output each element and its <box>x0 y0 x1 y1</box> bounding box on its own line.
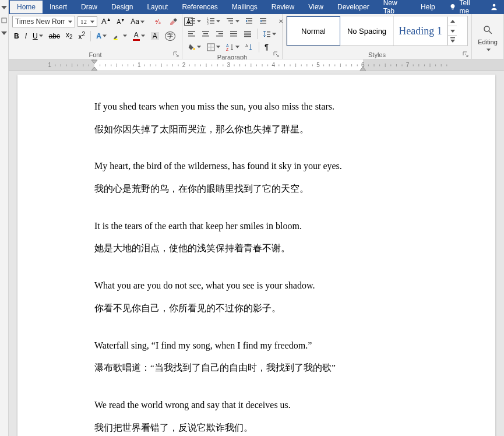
superscript-button[interactable]: x2 <box>77 30 87 42</box>
paragraph[interactable]: Waterfall sing, “I find my song, when I … <box>94 338 437 353</box>
share-button[interactable] <box>485 1 503 13</box>
tab-developer[interactable]: Developer <box>330 1 376 13</box>
paragraph[interactable]: 我们把世界看错了，反说它欺诈我们。 <box>94 421 437 435</box>
document-page[interactable]: If you shed tears when you miss the sun,… <box>17 75 495 436</box>
chevron-down-icon <box>487 48 491 52</box>
numbering-button[interactable]: 123 <box>205 16 222 26</box>
svg-rect-73 <box>450 37 455 38</box>
svg-text:2: 2 <box>182 62 186 68</box>
tell-me-search[interactable]: Tell me <box>442 0 485 15</box>
paragraph[interactable]: It is the tears of the earth that keep h… <box>94 219 437 234</box>
blank-line[interactable] <box>94 145 437 159</box>
show-marks-button[interactable]: ¶ <box>263 41 270 52</box>
align-center-button[interactable] <box>200 29 212 39</box>
blank-line[interactable] <box>94 324 437 338</box>
font-name-combo[interactable]: Times New Roma <box>12 16 75 27</box>
multilevel-list-button[interactable] <box>224 16 241 26</box>
phonetic-guide-button[interactable]: ᵃ⁄ₐ <box>153 16 165 27</box>
gallery-more-button[interactable] <box>448 36 457 45</box>
chevron-down-icon <box>235 19 239 23</box>
distribute-button[interactable] <box>242 29 253 39</box>
paragraph[interactable]: If you shed tears when you miss the sun,… <box>94 99 437 114</box>
chevron-down-icon <box>140 20 144 24</box>
paragraph-dialog-launcher[interactable] <box>273 51 280 58</box>
paragraph[interactable]: 瀑布歌唱道：“当我找到了自己的自由时，我找到了我的歌” <box>94 361 437 375</box>
page-body[interactable]: If you shed tears when you miss the sun,… <box>17 99 437 435</box>
tab-view[interactable]: View <box>301 1 330 13</box>
clear-format-button[interactable] <box>167 16 180 27</box>
blank-line[interactable] <box>94 205 437 219</box>
tab-help[interactable]: Help <box>414 1 442 13</box>
paragraph[interactable]: My heart, the bird of the wilderness, ha… <box>94 159 437 174</box>
font-size-combo[interactable]: 12 <box>77 16 97 27</box>
svg-rect-43 <box>188 36 195 37</box>
svg-rect-28 <box>228 20 233 22</box>
tab-home[interactable]: Home <box>10 1 43 13</box>
align-right-icon <box>216 30 224 38</box>
snap-grid-button[interactable]: A <box>244 42 255 52</box>
find-button[interactable] <box>481 23 495 36</box>
underline-button[interactable]: U <box>31 31 45 41</box>
shrink-font-button[interactable]: A▼ <box>115 17 127 26</box>
borders-button[interactable] <box>205 42 222 52</box>
svg-rect-51 <box>230 33 237 34</box>
gallery-down-button[interactable] <box>448 26 457 36</box>
change-case-button[interactable]: Aa <box>129 16 146 27</box>
snap-icon: A <box>245 43 253 51</box>
svg-rect-37 <box>260 23 266 24</box>
paragraph[interactable]: 她是大地的泪点，使他的浅笑保持着青春不谢。 <box>94 241 437 256</box>
horizontal-ruler[interactable]: 11234567 <box>9 59 504 71</box>
grow-font-button[interactable]: A▲ <box>100 16 113 27</box>
tab-layout[interactable]: Layout <box>140 1 175 13</box>
qat-button-1[interactable] <box>0 3 9 12</box>
paragraph[interactable]: 我的心是荒野的鸟，在你的眼睛里找到了它的天空。 <box>94 182 437 196</box>
separator <box>259 42 259 52</box>
sort-button[interactable]: AZ <box>224 42 241 52</box>
tab-insert[interactable]: Insert <box>43 1 74 13</box>
style-heading-1[interactable]: Heading 1 <box>394 16 447 45</box>
blank-line[interactable] <box>94 384 437 398</box>
font-dialog-launcher[interactable] <box>173 51 179 58</box>
gallery-up-button[interactable] <box>448 17 457 26</box>
work-area: 11234567 If you shed tears when you miss… <box>9 59 504 436</box>
increase-indent-button[interactable] <box>258 16 269 26</box>
line-spacing-button[interactable] <box>261 29 278 39</box>
style-normal[interactable]: Normal <box>287 16 340 45</box>
outdent-icon <box>245 17 253 25</box>
tab-mailings[interactable]: Mailings <box>225 1 265 13</box>
svg-rect-44 <box>202 31 209 32</box>
enclose-char-button[interactable]: 字 <box>163 30 177 42</box>
italic-button[interactable]: I <box>23 31 29 41</box>
qat-button-2[interactable] <box>0 16 9 24</box>
paragraph[interactable]: 假如你因失掉了太阳而哭泣，那么你也失掉了群星。 <box>94 122 437 137</box>
paragraph[interactable]: 你看不见你自己，你所看见的不过你的影子。 <box>94 301 437 316</box>
group-font: Times New Roma 12 A▲ A▼ Aa ᵃ⁄ₐ A B I U <box>9 14 182 59</box>
svg-rect-31 <box>246 18 252 19</box>
align-left-icon <box>188 30 196 38</box>
char-shading-button[interactable]: A <box>149 31 161 41</box>
blank-line[interactable] <box>94 264 437 278</box>
document-area: 11234567 If you shed tears when you miss… <box>9 59 504 436</box>
tab-references[interactable]: References <box>175 1 224 13</box>
paragraph[interactable]: We read the world wrong and say that it … <box>94 398 437 413</box>
text-effects-button[interactable]: A <box>94 31 108 41</box>
bold-button[interactable]: B <box>12 31 21 41</box>
tab-review[interactable]: Review <box>265 1 301 13</box>
styles-gallery: Normal No Spacing Heading 1 <box>286 16 468 46</box>
font-color-button[interactable]: A <box>131 30 147 42</box>
align-left-button[interactable] <box>186 29 198 39</box>
paragraph[interactable]: What you are you do not see, what you se… <box>94 278 437 293</box>
tab-design[interactable]: Design <box>104 1 140 13</box>
shading-button[interactable] <box>186 42 203 52</box>
bullets-button[interactable] <box>186 16 203 26</box>
strikethrough-button[interactable]: abc <box>47 31 62 41</box>
decrease-indent-button[interactable] <box>244 16 255 26</box>
qat-button-3[interactable] <box>0 29 9 37</box>
align-right-button[interactable] <box>214 29 225 39</box>
styles-dialog-launcher[interactable] <box>463 51 469 58</box>
justify-button[interactable] <box>228 29 239 39</box>
highlight-button[interactable] <box>111 30 129 42</box>
style-no-spacing[interactable]: No Spacing <box>340 16 394 45</box>
tab-draw[interactable]: Draw <box>74 1 104 13</box>
subscript-button[interactable]: x2 <box>64 30 75 41</box>
